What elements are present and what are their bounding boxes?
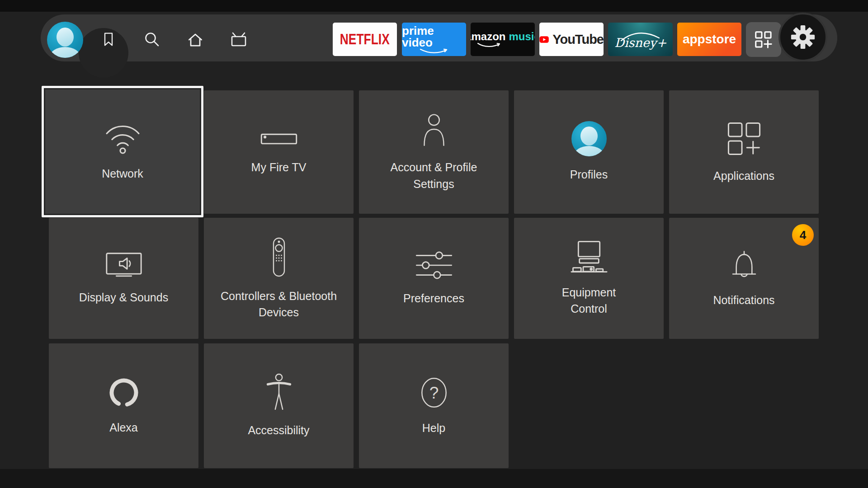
tile-label: Account & Profile Settings — [391, 159, 477, 192]
tile-label: Profiles — [570, 166, 608, 183]
tile-label: Alexa — [109, 419, 138, 436]
tv-speaker-icon — [104, 251, 144, 279]
live-tv-icon[interactable] — [229, 30, 248, 49]
tile-label: Help — [422, 420, 445, 436]
tile-account-profile-settings[interactable]: Account & Profile Settings — [359, 90, 509, 214]
top-letterbox-band — [0, 0, 868, 12]
tile-equipment-control[interactable]: Equipment Control — [514, 218, 664, 339]
amazon-smile-arc — [476, 42, 504, 48]
tile-accessibility[interactable]: Accessibility — [204, 343, 354, 468]
youtube-play-icon — [539, 32, 549, 47]
avatar-head-shape — [57, 28, 74, 47]
prime-video-app-tile[interactable]: prime video — [402, 23, 466, 56]
tile-label: Preferences — [403, 290, 464, 306]
tile-label: Network — [102, 165, 143, 182]
remote-control-icon — [269, 236, 289, 278]
svg-text:Disney+: Disney+ — [614, 36, 667, 50]
avatar-head-shape — [580, 127, 598, 145]
bell-icon — [726, 249, 762, 282]
person-outline-icon — [419, 112, 449, 149]
apps-grid-button[interactable] — [746, 22, 781, 57]
app-squares-plus-icon — [725, 120, 763, 158]
tile-help[interactable]: ? Help — [359, 343, 509, 468]
question-circle-icon: ? — [419, 375, 449, 410]
tile-controllers-bluetooth[interactable]: Controllers & Bluetooth Devices — [204, 218, 354, 339]
disney-plus-app-tile[interactable]: Disney+ — [608, 23, 673, 56]
youtube-wordmark: YouTube — [552, 32, 604, 47]
bottom-letterbox-band — [0, 469, 868, 488]
search-icon[interactable] — [142, 30, 161, 49]
wifi-icon — [101, 121, 144, 155]
avatar-body-shape — [574, 146, 604, 156]
amazon-music-app-tile[interactable]: amazon music — [471, 23, 535, 56]
gear-icon — [790, 24, 816, 50]
alexa-ring-icon — [107, 376, 141, 409]
tile-label: Controllers & Bluetooth Devices — [221, 288, 337, 321]
tile-label: My Fire TV — [251, 159, 307, 175]
tile-preferences[interactable]: Preferences — [359, 218, 509, 339]
svg-text:?: ? — [429, 384, 439, 402]
appstore-label: appstore — [683, 32, 736, 47]
netflix-app-tile[interactable]: NETFLIX — [333, 23, 397, 56]
tile-alexa[interactable]: Alexa — [49, 343, 198, 468]
tile-display-sounds[interactable]: Display & Sounds — [49, 218, 198, 339]
tile-profiles[interactable]: Profiles — [514, 90, 664, 214]
tile-label: Equipment Control — [562, 284, 616, 317]
prime-video-logo: prime video — [402, 25, 466, 48]
prime-smile-arc — [418, 48, 450, 54]
tile-notifications[interactable]: 4 Notifications — [669, 218, 819, 339]
tile-label: Notifications — [713, 292, 774, 308]
tile-network[interactable]: Network — [42, 86, 203, 217]
tile-label: Display & Sounds — [79, 289, 168, 305]
accessibility-person-icon — [264, 373, 294, 412]
appstore-app-tile[interactable]: appstore — [677, 23, 741, 56]
youtube-app-tile[interactable]: YouTube — [539, 23, 604, 56]
home-icon[interactable] — [186, 30, 205, 49]
tile-label: Accessibility — [248, 422, 309, 438]
notification-count-badge: 4 — [792, 224, 814, 246]
settings-gear-button[interactable] — [778, 13, 827, 61]
tile-label: Applications — [713, 168, 774, 184]
apps-grid-icon — [753, 29, 774, 50]
netflix-logo: NETFLIX — [340, 31, 390, 48]
profile-avatar[interactable] — [47, 22, 83, 58]
fire-tv-stick-icon — [258, 128, 300, 149]
disney-plus-logo: Disney+ — [611, 26, 670, 52]
music-wordmark: music — [509, 31, 535, 42]
amazon-wordmark: amazon — [471, 31, 506, 42]
fire-tv-settings-screen: NETFLIX prime video amazon music YouTube… — [0, 0, 868, 488]
tv-equipment-icon — [569, 240, 609, 274]
sliders-icon — [413, 250, 455, 280]
avatar-filled-icon — [571, 121, 607, 156]
bookmark-icon[interactable] — [99, 30, 118, 49]
tile-my-fire-tv[interactable]: My Fire TV — [204, 90, 354, 214]
tile-applications[interactable]: Applications — [669, 90, 819, 214]
